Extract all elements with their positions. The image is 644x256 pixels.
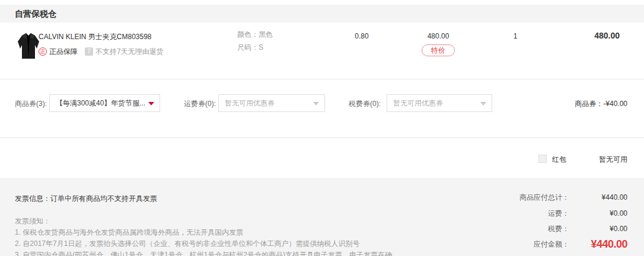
no-7day-return-label: 不支持7天无理由退货: [95, 47, 164, 57]
invoice-note: 3. 自营国内仓商品(即苏州仓、佛山1号仓、天津1号仓、杭州1号仓与杭州2号仓的…: [15, 250, 392, 256]
invoice-notes-title: 发票须知：: [15, 216, 50, 226]
red-packet-checkbox[interactable]: [538, 155, 547, 163]
divider: [0, 137, 644, 138]
divider: [0, 79, 644, 79]
caret-down-icon: [148, 102, 154, 105]
summary-label: 商品应付总计：: [519, 193, 569, 203]
red-packet-label: 红包: [552, 155, 566, 165]
checkout-section: 自营保税仓 CALVIN KLEIN 男士夹克CM803598 正 正品保障 7…: [0, 0, 644, 256]
authenticity-icon: 正: [39, 47, 47, 56]
summary-row-payable-total: 应付金额： ¥440.00: [534, 238, 627, 251]
caret-down-icon: [313, 102, 319, 105]
summary-value: ¥0.00: [569, 209, 627, 217]
warehouse-header-bar: 自营保税仓: [0, 5, 644, 23]
summary-row-tax: 税费： ¥0.00: [548, 224, 627, 234]
product-title[interactable]: CALVIN KLEIN 男士夹克CM803598: [39, 32, 152, 42]
summary-label: 税费：: [548, 224, 569, 234]
authenticity-label: 正品保障: [49, 47, 78, 57]
payable-total-label: 应付金额：: [534, 239, 569, 249]
shipping-coupon-select[interactable]: 暂无可用优惠券: [218, 94, 325, 112]
invoice-note: 2. 自2017年7月1日起，发票抬头选择公司（企业、有税号的非企业性单位和个体…: [15, 239, 359, 249]
caret-down-icon: [480, 102, 486, 105]
product-size: 尺码：S: [237, 43, 263, 53]
summary-value: ¥0.00: [569, 225, 627, 233]
invoice-note: 1. 保税仓发货商品与海外仓发货商品属跨境海外商品，无法开具国内发票: [15, 228, 243, 238]
summary-label: 运费：: [548, 209, 569, 219]
product-subtotal: 480.00: [594, 31, 620, 40]
tax-coupon-selected-value: 暂无可用优惠券: [393, 98, 443, 108]
shipping-coupon-selected-value: 暂无可用优惠券: [225, 98, 275, 108]
special-price-badge: 特价: [422, 44, 455, 56]
summary-row-shipping: 运费： ¥0.00: [548, 209, 627, 219]
product-coupon-selected-value: 【每满300减40】年货节服...: [56, 98, 145, 108]
warehouse-title: 自营保税仓: [15, 5, 56, 23]
payable-total-value: ¥440.00: [569, 238, 627, 251]
tax-coupon-select[interactable]: 暂无可用优惠券: [387, 94, 492, 112]
shipping-coupon-label: 运费券(0):: [184, 99, 216, 109]
product-color: 颜色：黑色: [237, 30, 273, 40]
red-packet-status: 暂无可用: [599, 155, 627, 165]
summary-value: ¥440.00: [569, 193, 627, 201]
invoice-info: 发票信息：订单中所有商品均不支持开具发票: [15, 194, 157, 204]
product-unit-price: 480.00: [413, 32, 463, 40]
product-badges: 正 正品保障 7 不支持7天无理由退货: [39, 47, 164, 56]
no-7day-return-icon: 7: [85, 47, 93, 56]
tax-coupon-label: 税费券(0):: [349, 99, 381, 109]
summary-row-goods-total: 商品应付总计： ¥440.00: [519, 193, 627, 203]
jacket-image: [17, 31, 40, 61]
product-coupon-select[interactable]: 【每满300减40】年货节服...: [49, 94, 160, 112]
product-image[interactable]: [17, 31, 40, 61]
coupon-applied-amount: 商品券：-¥40.00: [575, 99, 627, 109]
product-coupon-label: 商品券(3):: [15, 99, 47, 109]
product-weight: 0.80: [344, 32, 380, 40]
product-quantity: 1: [498, 32, 533, 40]
